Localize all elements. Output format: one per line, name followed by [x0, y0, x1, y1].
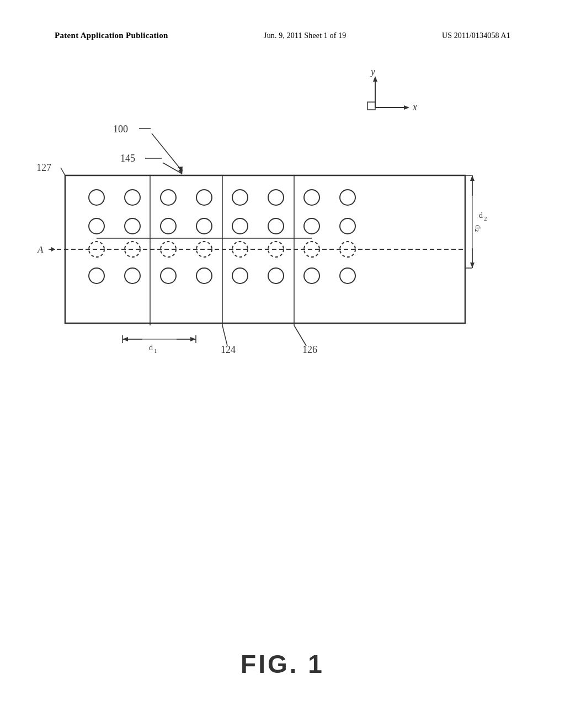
- svg-point-31: [232, 218, 248, 234]
- svg-point-34: [340, 218, 355, 234]
- svg-marker-69: [122, 337, 128, 341]
- svg-text:A: A: [37, 244, 44, 255]
- svg-marker-8: [178, 167, 183, 172]
- svg-line-11: [163, 163, 182, 174]
- svg-point-29: [161, 218, 176, 234]
- svg-text:2: 2: [484, 215, 487, 222]
- svg-text:FIG.  1: FIG. 1: [241, 650, 324, 678]
- svg-point-18: [89, 190, 104, 205]
- svg-line-80: [294, 325, 306, 346]
- svg-point-19: [125, 190, 140, 205]
- svg-point-32: [268, 218, 284, 234]
- svg-point-55: [340, 268, 355, 283]
- svg-text:d: d: [149, 344, 153, 352]
- svg-point-54: [304, 268, 319, 283]
- svg-text:y: y: [370, 66, 375, 77]
- svg-point-26: [340, 190, 355, 205]
- svg-text:d₂: d₂: [474, 225, 482, 232]
- svg-point-25: [304, 190, 319, 205]
- svg-point-24: [268, 190, 284, 205]
- svg-marker-59: [470, 175, 475, 181]
- svg-marker-61: [470, 263, 475, 268]
- svg-point-20: [161, 190, 176, 205]
- svg-text:d: d: [479, 211, 483, 220]
- svg-point-52: [232, 268, 248, 283]
- svg-rect-6: [367, 102, 375, 110]
- svg-point-53: [268, 268, 284, 283]
- svg-text:x: x: [412, 101, 417, 113]
- svg-point-40: [196, 242, 212, 257]
- svg-marker-3: [404, 105, 409, 110]
- svg-point-27: [89, 218, 104, 234]
- svg-line-78: [222, 325, 227, 346]
- date-sheet-label: Jun. 9, 2011 Sheet 1 of 19: [264, 31, 346, 40]
- diagram-svg: y x 100 145 127: [0, 0, 565, 728]
- svg-line-7: [152, 133, 182, 171]
- svg-point-49: [125, 268, 140, 283]
- svg-point-28: [125, 218, 140, 234]
- svg-point-42: [268, 242, 284, 257]
- patent-number-label: US 2011/0134058 A1: [442, 31, 510, 40]
- svg-point-21: [196, 190, 212, 205]
- svg-text:100: 100: [113, 124, 128, 135]
- svg-text:127: 127: [36, 162, 51, 173]
- svg-line-17: [61, 168, 65, 175]
- svg-point-51: [196, 268, 212, 283]
- page-header: Patent Application Publication Jun. 9, 2…: [0, 31, 565, 40]
- svg-point-39: [161, 242, 176, 257]
- svg-marker-1: [373, 76, 377, 82]
- svg-point-30: [196, 218, 212, 234]
- svg-text:1: 1: [154, 347, 157, 354]
- svg-point-33: [304, 218, 319, 234]
- svg-text:126: 126: [302, 344, 317, 355]
- svg-point-50: [161, 268, 176, 283]
- svg-point-43: [304, 242, 319, 257]
- svg-rect-15: [65, 175, 465, 323]
- svg-marker-71: [190, 337, 196, 341]
- svg-text:145: 145: [120, 153, 135, 164]
- svg-point-37: [89, 242, 104, 257]
- svg-marker-12: [178, 169, 183, 175]
- svg-point-23: [232, 190, 248, 205]
- svg-point-41: [232, 242, 248, 257]
- svg-point-44: [340, 242, 355, 257]
- svg-text:124: 124: [221, 344, 236, 355]
- publication-label: Patent Application Publication: [55, 31, 168, 40]
- svg-point-38: [125, 242, 140, 257]
- svg-point-48: [89, 268, 104, 283]
- svg-marker-47: [51, 247, 55, 251]
